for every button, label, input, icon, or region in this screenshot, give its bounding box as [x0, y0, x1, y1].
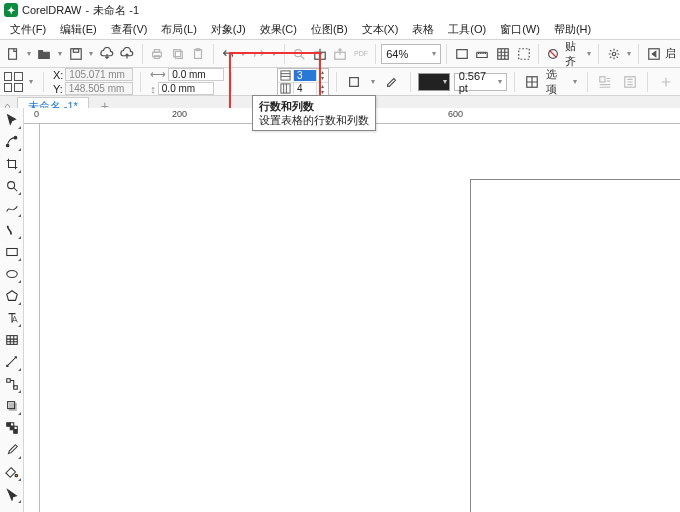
- rows-stepper[interactable]: ▴▾: [316, 69, 328, 81]
- app-logo: ✦: [4, 3, 18, 17]
- menu-object[interactable]: 对象(J): [205, 20, 252, 39]
- svg-point-33: [6, 271, 17, 278]
- canvas[interactable]: [40, 124, 680, 512]
- menu-window[interactable]: 窗口(W): [494, 20, 546, 39]
- snap-off-button[interactable]: [544, 43, 563, 65]
- artistic-media-tool[interactable]: [2, 220, 22, 240]
- menu-effects[interactable]: 效果(C): [254, 20, 303, 39]
- export-button[interactable]: [331, 43, 350, 65]
- drop-shadow-tool[interactable]: [2, 396, 22, 416]
- connector-tool[interactable]: [2, 374, 22, 394]
- tooltip: 行数和列数 设置表格的行数和列数: [252, 95, 376, 131]
- zoom-level-combo[interactable]: 64%▾: [381, 44, 441, 64]
- redo-dropdown[interactable]: ▾: [270, 49, 278, 58]
- wrap-button[interactable]: [595, 71, 616, 93]
- freehand-tool[interactable]: [2, 198, 22, 218]
- search-button[interactable]: [290, 43, 309, 65]
- menu-layout[interactable]: 布局(L): [155, 20, 202, 39]
- menu-table[interactable]: 表格: [406, 20, 440, 39]
- open-button[interactable]: [35, 43, 54, 65]
- import-button[interactable]: [310, 43, 329, 65]
- snap-dropdown[interactable]: ▾: [585, 49, 593, 58]
- menu-view[interactable]: 查看(V): [105, 20, 154, 39]
- save-button[interactable]: [66, 43, 85, 65]
- text-to-table-button[interactable]: [620, 71, 641, 93]
- presets-dropdown[interactable]: ▾: [27, 77, 36, 86]
- cloud-down-button[interactable]: [97, 43, 116, 65]
- svg-rect-7: [175, 51, 182, 58]
- options-dropdown2[interactable]: ▾: [571, 77, 580, 86]
- pdf-button[interactable]: PDF: [352, 43, 371, 65]
- toolbox: [0, 108, 24, 512]
- shape-tool[interactable]: [2, 132, 22, 152]
- property-bar: ▾ X:105.071 mm Y:148.505 mm ⟷0.0 mm ↕0.0…: [0, 68, 680, 96]
- fill-dropdown[interactable]: ▾: [369, 77, 378, 86]
- launch-button[interactable]: [644, 43, 663, 65]
- pick-tool[interactable]: [2, 110, 22, 130]
- rectangle-tool[interactable]: [2, 242, 22, 262]
- rows-icon: [278, 70, 294, 81]
- menu-file[interactable]: 文件(F): [4, 20, 52, 39]
- svg-rect-2: [73, 48, 78, 52]
- outline-tool[interactable]: [2, 484, 22, 504]
- options-dropdown[interactable]: ▾: [625, 49, 633, 58]
- table-tool[interactable]: [2, 330, 22, 350]
- page: [470, 179, 680, 512]
- width-field[interactable]: 0.0 mm: [168, 68, 224, 81]
- transparency-tool[interactable]: [2, 418, 22, 438]
- fill-tool[interactable]: [2, 462, 22, 482]
- presets-icon[interactable]: [4, 72, 23, 92]
- undo-dropdown[interactable]: ▾: [239, 49, 247, 58]
- outline-width-field[interactable]: 0.567 pt▾: [454, 73, 507, 91]
- menu-bitmap[interactable]: 位图(B): [305, 20, 354, 39]
- border-button[interactable]: [522, 71, 543, 93]
- dimension-tool[interactable]: [2, 352, 22, 372]
- cols-stepper[interactable]: ▴▾: [316, 83, 328, 95]
- ellipse-tool[interactable]: [2, 264, 22, 284]
- options-label[interactable]: 选项: [546, 67, 567, 97]
- add-button[interactable]: [655, 71, 676, 93]
- new-button[interactable]: [4, 43, 23, 65]
- menu-edit[interactable]: 编辑(E): [54, 20, 103, 39]
- zoom-tool[interactable]: [2, 176, 22, 196]
- menu-text[interactable]: 文本(X): [356, 20, 405, 39]
- cols-field[interactable]: 4: [294, 83, 316, 94]
- options-gear-button[interactable]: [604, 43, 623, 65]
- text-tool[interactable]: [2, 308, 22, 328]
- x-label: X:: [53, 69, 63, 81]
- guides-button[interactable]: [514, 43, 533, 65]
- ruler-vertical[interactable]: [24, 124, 40, 512]
- svg-point-10: [295, 49, 302, 56]
- fullscreen-button[interactable]: [452, 43, 471, 65]
- height-field[interactable]: 0.0 mm: [158, 82, 214, 95]
- rulers-button[interactable]: [473, 43, 492, 65]
- svg-rect-35: [6, 379, 10, 383]
- snap-label[interactable]: 贴齐: [565, 39, 583, 69]
- x-field[interactable]: 105.071 mm: [65, 68, 133, 81]
- new-dropdown[interactable]: ▾: [25, 49, 33, 58]
- open-dropdown[interactable]: ▾: [56, 49, 64, 58]
- eyedropper-tool[interactable]: [2, 440, 22, 460]
- menu-tools[interactable]: 工具(O): [442, 20, 492, 39]
- menu-help[interactable]: 帮助(H): [548, 20, 597, 39]
- cloud-up-button[interactable]: [118, 43, 137, 65]
- print-button[interactable]: [148, 43, 167, 65]
- save-dropdown[interactable]: ▾: [87, 49, 95, 58]
- ruler-tick: 0: [34, 109, 39, 119]
- edit-fill-button[interactable]: [382, 71, 403, 93]
- fill-button[interactable]: [344, 71, 365, 93]
- crop-tool[interactable]: [2, 154, 22, 174]
- copy-button[interactable]: [168, 43, 187, 65]
- polygon-tool[interactable]: [2, 286, 22, 306]
- svg-rect-34: [6, 336, 17, 345]
- svg-point-44: [15, 474, 18, 477]
- grid-button[interactable]: [494, 43, 513, 65]
- rows-cols-spinner: 3 ▴▾ 4 ▴▾: [277, 68, 329, 96]
- outline-color-swatch[interactable]: ▾: [418, 73, 450, 91]
- y-field[interactable]: 148.505 mm: [65, 82, 133, 95]
- undo-button[interactable]: [219, 43, 238, 65]
- redo-button[interactable]: [250, 43, 269, 65]
- rows-field[interactable]: 3: [294, 70, 316, 81]
- paste-button[interactable]: [189, 43, 208, 65]
- ruler-tick: 200: [172, 109, 187, 119]
